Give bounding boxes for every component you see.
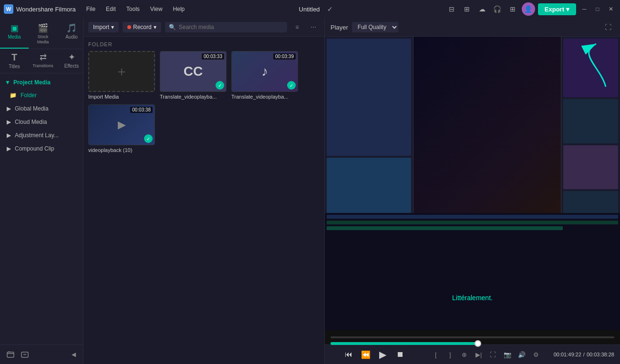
media-tabs-2: T Titles ⇄ Transitions ✦ Effects ☺ Stick… <box>0 49 83 73</box>
search-input[interactable] <box>179 24 283 30</box>
import-thumb[interactable]: ＋ <box>88 51 155 92</box>
effects-tab-icon: ✦ <box>68 52 75 62</box>
go-to-start-button[interactable]: ⏮ <box>342 348 355 361</box>
preview-panel: Player Full Quality ⛶ <box>324 18 620 364</box>
preview-screen[interactable]: Littéralement. <box>325 37 620 330</box>
tab-titles[interactable]: T Titles <box>0 49 29 73</box>
check-badge: ✓ <box>216 81 224 90</box>
sidebar-folder[interactable]: 📁 Folder <box>0 89 83 102</box>
record-button[interactable]: Record ▾ <box>123 22 161 32</box>
fullscreen-icon[interactable]: ⛶ <box>602 21 614 33</box>
cloud-icon[interactable]: ☁ <box>476 3 488 15</box>
menu-help[interactable]: Help <box>168 4 190 14</box>
apps-icon[interactable]: ⊞ <box>506 3 519 15</box>
media-item-label: Import Media <box>88 94 155 100</box>
check-badge-2: ✓ <box>287 81 296 90</box>
record-dot-icon <box>127 25 131 29</box>
time-display: 00:01:49:22 / 00:03:38:28 <box>554 352 614 357</box>
snapshot-button[interactable]: 📷 <box>501 348 514 361</box>
play-button[interactable]: ▶ <box>376 348 390 361</box>
timeline-progress <box>331 342 478 345</box>
app-name: Wondershare Filmora <box>16 6 76 13</box>
player-label: Player <box>331 24 348 31</box>
preview-controls: ⏮ ⏪ ▶ ⏹ [ ] ⊕ ▶| ⛶ 📷 🔊 ⚙ 00:01:49:22 / 0… <box>325 344 620 364</box>
tab-audio[interactable]: 🎵 Audio <box>57 20 83 49</box>
preview-subtitle: Littéralement. <box>452 294 493 302</box>
titlebar-left: W Wondershare Filmora File Edit Tools Vi… <box>4 4 189 14</box>
import-button[interactable]: Import ▾ <box>88 22 119 32</box>
insert-button[interactable]: ⊕ <box>458 348 471 361</box>
main-content: ▣ Media 🎬 Stock Media 🎵 Audio T Titles ⇄… <box>0 18 620 364</box>
menu-edit[interactable]: Edit <box>101 4 121 14</box>
stop-button[interactable]: ⏹ <box>393 348 407 361</box>
out-point-button[interactable]: ] <box>444 348 456 361</box>
more-options-button[interactable]: ⋯ <box>307 21 320 33</box>
duration-badge: 00:03:33 <box>202 53 224 60</box>
project-media-header[interactable]: ▼ Project Media <box>0 76 83 89</box>
in-point-button[interactable]: [ <box>430 348 442 361</box>
settings-button[interactable]: ⚙ <box>530 348 542 361</box>
preview-extra-controls: [ ] ⊕ ▶| ⛶ 📷 🔊 ⚙ <box>430 348 542 361</box>
quality-select[interactable]: Full Quality <box>352 22 398 32</box>
app-logo: W Wondershare Filmora <box>4 4 76 14</box>
sidebar-footer: ◀ <box>0 344 83 364</box>
titlebar-center: Untitled ✓ <box>299 3 336 15</box>
media-tab-icon: ▣ <box>10 23 19 33</box>
append-button[interactable]: ▶| <box>473 348 485 361</box>
step-back-button[interactable]: ⏪ <box>359 348 372 361</box>
sidebar-item-adjustment-layer[interactable]: ▶ Adjustment Lay... <box>0 129 83 142</box>
minimize-button[interactable]: ─ <box>579 4 589 14</box>
sidebar-item-global-media[interactable]: ▶ Global Media <box>0 102 83 115</box>
tab-media[interactable]: ▣ Media <box>0 20 29 49</box>
volume-button[interactable]: 🔊 <box>516 348 528 361</box>
tab-transitions[interactable]: ⇄ Transitions <box>29 49 57 73</box>
panel-collapse-button[interactable]: ◀ <box>69 350 78 359</box>
filter-button[interactable]: ≡ <box>291 21 303 33</box>
fullscreen-preview-button[interactable]: ⛶ <box>487 348 499 361</box>
playback-buttons: ⏮ ⏪ ▶ ⏹ <box>342 348 407 361</box>
close-button[interactable]: ✕ <box>606 4 616 14</box>
chevron-right-icon-3: ▶ <box>7 132 11 139</box>
tab-effects[interactable]: ✦ Effects <box>57 49 86 73</box>
list-item[interactable]: 00:03:39 ♪ ✓ Translate_videoplayba... <box>231 51 298 100</box>
timeline-scrubber[interactable] <box>475 340 481 347</box>
remove-folder-button[interactable] <box>19 349 31 360</box>
menu-file[interactable]: File <box>82 4 100 14</box>
menu-tools[interactable]: Tools <box>122 4 145 14</box>
grid-icon[interactable]: ⊞ <box>461 3 473 15</box>
add-folder-button[interactable] <box>5 349 16 360</box>
media-items-container: ＋ Import Media 00:03:33 CC ✓ Translate_v… <box>88 51 320 153</box>
list-item[interactable]: ＋ Import Media <box>88 51 155 100</box>
menu-bar: File Edit Tools View Help <box>82 4 190 14</box>
sidebar-item-cloud-media[interactable]: ▶ Cloud Media <box>0 115 83 129</box>
project-name: Untitled <box>299 6 320 13</box>
sidebar-nav: ▼ Project Media 📁 Folder ▶ Global Media … <box>0 73 83 344</box>
headphone-icon[interactable]: 🎧 <box>491 3 504 15</box>
list-item[interactable]: 00:03:38 ▶ ✓ videoplayback (10) <box>88 104 155 153</box>
media-thumb-audio[interactable]: 00:03:39 ♪ ✓ <box>231 51 298 92</box>
transitions-tab-icon: ⇄ <box>40 52 47 62</box>
preview-progress-bar[interactable] <box>325 330 620 344</box>
media-thumb-cc[interactable]: 00:03:33 CC ✓ <box>160 51 227 92</box>
screen-icon[interactable]: ⊟ <box>445 3 458 15</box>
svg-text:W: W <box>6 6 11 12</box>
media-thumb-video[interactable]: 00:03:38 ▶ ✓ <box>88 104 155 145</box>
audio-tab-icon: 🎵 <box>66 23 77 33</box>
duration-badge-3: 00:03:38 <box>130 107 153 113</box>
user-avatar[interactable]: 👤 <box>522 2 535 16</box>
sidebar-item-compound-clip[interactable]: ▶ Compound Clip <box>0 142 83 155</box>
tab-stock-media[interactable]: 🎬 Stock Media <box>29 20 57 49</box>
menu-view[interactable]: View <box>145 4 167 14</box>
chevron-right-icon-4: ▶ <box>7 145 11 152</box>
video-play-icon: ▶ <box>118 119 126 131</box>
maximize-button[interactable]: □ <box>592 4 603 14</box>
media-toolbar: Import ▾ Record ▾ 🔍 ≡ ⋯ <box>83 18 324 37</box>
svg-rect-2 <box>7 352 14 357</box>
project-media-arrow: ▼ <box>5 79 10 86</box>
timeline-track[interactable] <box>331 336 614 338</box>
search-icon: 🔍 <box>169 24 176 30</box>
media-item-label-2: Translate_videoplayba... <box>231 94 298 100</box>
chevron-right-icon-2: ▶ <box>7 119 11 125</box>
list-item[interactable]: 00:03:33 CC ✓ Translate_videoplayba... <box>160 51 227 100</box>
export-button[interactable]: Export ▾ <box>538 3 576 15</box>
